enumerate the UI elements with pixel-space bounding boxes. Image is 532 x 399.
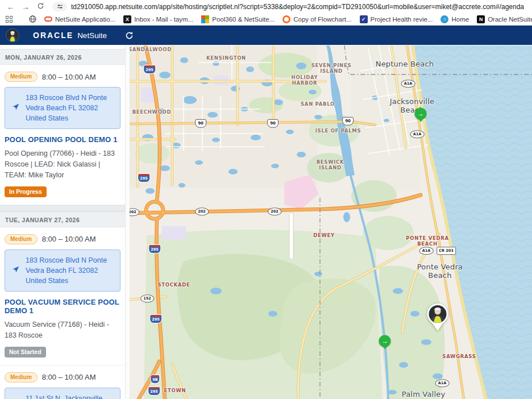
forward-icon[interactable]: → — [19, 1, 32, 13]
bookmark-favicon: ✓ — [360, 15, 368, 23]
bookmarks-bar: NetSuite Applicatio... X Inbox - Mail - … — [0, 13, 532, 26]
appointment-card[interactable]: Medium 8:00 – 10:00 AM 183 Roscoe Blvd N… — [0, 65, 125, 205]
day-header: MON, JANUARY 26, 2026 — [0, 49, 125, 65]
status-badge: In Progress — [5, 186, 47, 197]
bookmark-favicon-glyph: ✓ — [361, 16, 366, 22]
bookmark-label: Oracle NetSuite Ser... — [488, 16, 532, 23]
bookmark-item[interactable]: Copy of Flowchart... — [282, 15, 351, 23]
bookmark-favicon — [282, 15, 290, 23]
bookmark-label: Project Health revie... — [371, 16, 433, 23]
bookmark-favicon: ⌂ — [440, 15, 448, 23]
netsuite-header: ORACLE NetSuite — [0, 26, 532, 45]
bookmark-label: Copy of Flowchart... — [293, 16, 351, 23]
priority-badge: Medium — [5, 372, 38, 383]
appointment-card[interactable]: Medium 8:00 – 10:00 AM 11 1st St N, Jack… — [0, 365, 125, 399]
stop-marker[interactable] — [415, 107, 427, 119]
bookmark-item[interactable]: ✓ Project Health revie... — [360, 15, 433, 23]
bookmark-label: Inbox - Mail - taym... — [134, 16, 193, 23]
address-card[interactable]: 183 Roscoe Blvd N Ponte Vedra Beach FL 3… — [5, 250, 120, 292]
arrow-icon — [379, 335, 391, 347]
bookmark-label: NetSuite Applicatio... — [55, 16, 115, 23]
bookmark-favicon: X — [123, 15, 131, 23]
appointment-time: 8:00 – 10:00 AM — [42, 235, 96, 243]
map-canvas[interactable] — [130, 45, 532, 399]
arrow-icon — [415, 107, 427, 119]
address-text: 183 Roscoe Blvd N Ponte Vedra Beach FL 3… — [26, 93, 114, 123]
site-info-icon[interactable] — [52, 2, 67, 11]
priority-badge: Medium — [5, 234, 38, 244]
address-text: 11 1st St N, Jacksonville Beach, FL 3225… — [26, 393, 114, 399]
address-bar[interactable]: td2910050.app.netsuite.com/app/site/host… — [49, 1, 527, 13]
app-refresh-icon[interactable] — [125, 31, 134, 40]
bookmark-favicon — [44, 16, 52, 22]
priority-badge: Medium — [5, 72, 38, 82]
stop-marker[interactable] — [379, 335, 391, 347]
status-badge: Not Started — [5, 347, 46, 358]
back-icon[interactable]: ← — [5, 1, 17, 13]
address-card[interactable]: 183 Roscoe Blvd N Ponte Vedra Beach FL 3… — [5, 87, 120, 129]
appointment-description: Pool Opening (77066) - Heidi - 183 Rosco… — [5, 148, 120, 180]
map-view[interactable]: SANDALWOOD KENSINGTON SEVEN PINES ISLAND… — [130, 45, 532, 399]
user-avatar[interactable] — [6, 28, 19, 42]
apps-grid-icon[interactable] — [6, 16, 13, 23]
bookmark-favicon — [201, 15, 209, 23]
appointment-title[interactable]: POOL VACUUM SERVICE POOL DEMO 1 — [5, 298, 120, 315]
url-text: td2910050.app.netsuite.com/app/site/host… — [71, 3, 524, 11]
bookmark-item[interactable]: ⌂ Home — [440, 15, 469, 23]
bookmark-item[interactable]: X Inbox - Mail - taym... — [123, 15, 193, 23]
globe-bookmark-icon[interactable] — [28, 15, 36, 23]
browser-toolbar: ← → td2910050.app.netsuite.com/app/site/… — [0, 0, 532, 13]
reload-icon[interactable] — [34, 1, 47, 13]
appointment-time: 8:00 – 10:00 AM — [42, 73, 96, 81]
bookmark-label: Home — [451, 16, 469, 23]
section-gap — [0, 205, 125, 211]
bookmark-item[interactable]: NetSuite Applicatio... — [44, 16, 115, 23]
bookmark-favicon-glyph: X — [126, 16, 129, 22]
technician-marker[interactable] — [426, 303, 449, 331]
address-text: 183 Roscoe Blvd N Ponte Vedra Beach FL 3… — [26, 255, 114, 286]
bookmark-item[interactable]: N Oracle NetSuite Ser... — [477, 15, 532, 23]
navigation-arrow-icon — [11, 265, 20, 276]
agenda-panel: MON, JANUARY 26, 2026 Medium 8:00 – 10:0… — [0, 45, 125, 399]
bookmark-favicon-glyph: N — [479, 16, 483, 22]
navigation-arrow-icon — [11, 103, 20, 114]
appointment-card[interactable]: Medium 8:00 – 10:00 AM 183 Roscoe Blvd N… — [0, 227, 125, 365]
bookmark-favicon-glyph: ⌂ — [443, 16, 446, 22]
netsuite-logo-text: NetSuite — [77, 31, 107, 40]
appointment-description: Vacuum Service (77168) - Heidi - 183 Ros… — [5, 319, 120, 341]
bookmark-label: Pool360 & NetSuite... — [212, 16, 275, 23]
bookmark-favicon: N — [477, 15, 485, 23]
sidebar-scrollbar[interactable] — [125, 45, 130, 399]
appointment-title[interactable]: POOL OPENING POOL DEMO 1 — [5, 135, 120, 144]
appointment-time: 8:00 – 10:00 AM — [42, 373, 96, 381]
brand-logo: ORACLE NetSuite — [33, 31, 107, 40]
bookmark-item[interactable]: Pool360 & NetSuite... — [201, 15, 275, 23]
address-card[interactable]: 11 1st St N, Jacksonville Beach, FL 3225… — [5, 388, 120, 399]
oracle-logo-text: ORACLE — [33, 31, 73, 40]
day-header: TUE, JANUARY 27, 2026 — [0, 211, 125, 227]
